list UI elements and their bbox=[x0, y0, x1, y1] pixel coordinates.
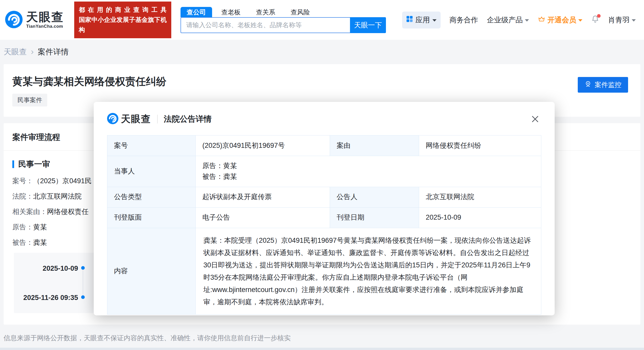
table-row: 当事人 原告：黄某 被告：龚某 bbox=[107, 156, 541, 187]
stage-accent-bar bbox=[12, 160, 14, 168]
table-row: 公告类型 起诉状副本及开庭传票 公告人 北京互联网法院 bbox=[107, 187, 541, 207]
breadcrumb-current: 案件详情 bbox=[38, 47, 69, 57]
case-number-value: (2025)京0491民初19697号 bbox=[196, 135, 330, 156]
disclaimer-text: 信息来源于网络公开数据，天眼查不保证内容的真实性、准确性，请你使用信息前自行进一… bbox=[4, 334, 291, 343]
close-icon[interactable] bbox=[529, 113, 541, 125]
page-title: 黄某与龚某相关网络侵权责任纠纷 bbox=[4, 64, 640, 89]
nav-cooperation[interactable]: 商务合作 bbox=[449, 15, 478, 25]
tab-risk[interactable]: 查风险 bbox=[285, 7, 316, 17]
tab-company[interactable]: 查公司 bbox=[181, 7, 212, 17]
announcement-type-label: 公告类型 bbox=[107, 187, 196, 207]
timeline-connector bbox=[83, 268, 83, 298]
notifications-button[interactable] bbox=[591, 15, 599, 25]
brand-name: 天眼查 bbox=[26, 11, 64, 23]
search-area: 查公司 查老板 查关系 查风险 天眼一下 bbox=[181, 7, 386, 33]
court-announcement-modal: 天眼查 法院公告详情 案号 (2025)京0491民初19697号 案由 网络侵… bbox=[94, 102, 555, 315]
announcement-type-value: 起诉状副本及开庭传票 bbox=[196, 187, 330, 207]
tab-relation[interactable]: 查关系 bbox=[250, 7, 281, 17]
tianyancha-wave-icon bbox=[5, 11, 23, 29]
modal-header: 天眼查 法院公告详情 bbox=[94, 102, 555, 125]
tianyancha-wave-icon bbox=[107, 113, 118, 125]
timeline-dot bbox=[81, 266, 85, 270]
notification-dot bbox=[597, 14, 601, 18]
case-number-label: 案号 bbox=[107, 135, 196, 156]
vip-upgrade-button[interactable]: 开通会员 bbox=[538, 15, 582, 25]
divider bbox=[157, 115, 158, 123]
search-button[interactable]: 天眼一下 bbox=[350, 17, 386, 33]
grid-icon bbox=[406, 16, 413, 24]
modal-brand-name: 天眼查 bbox=[121, 113, 151, 125]
announcer-label: 公告人 bbox=[330, 187, 419, 207]
timeline-date-2: 2025-11-26 09:35 bbox=[14, 294, 78, 302]
cause-value: 网络侵权责任纠纷 bbox=[419, 135, 541, 156]
search-input[interactable] bbox=[181, 17, 350, 33]
brand-domain: TianYanCha.com bbox=[26, 24, 64, 29]
crown-icon bbox=[538, 15, 545, 25]
apps-label: 应用 bbox=[415, 15, 430, 25]
chevron-down-icon bbox=[432, 19, 437, 22]
table-row: 刊登版面 电子公告 刊登日期 2025-10-09 bbox=[107, 207, 541, 228]
timeline-date-1: 2025-10-09 bbox=[14, 265, 78, 273]
content-value: 龚某：本院受理（2025）京0491民初19697号黄某与龚某网络侵权责任纠纷一… bbox=[196, 228, 541, 314]
publication-date-label: 刊登日期 bbox=[330, 207, 419, 228]
header-nav: 应用 商务合作 企业级产品 开通会员 bbox=[402, 12, 639, 28]
breadcrumb: 天眼查 › 案件详情 bbox=[0, 40, 644, 64]
slogan-line1: 都在用的商业查询工具 bbox=[79, 5, 167, 15]
tab-boss[interactable]: 查老板 bbox=[215, 7, 247, 17]
publication-date-value: 2025-10-09 bbox=[419, 207, 541, 228]
search-tabs: 查公司 查老板 查关系 查风险 bbox=[181, 7, 386, 17]
chevron-down-icon bbox=[525, 19, 529, 22]
announcement-table: 案号 (2025)京0491民初19697号 案由 网络侵权责任纠纷 当事人 原… bbox=[107, 135, 541, 315]
case-monitor-button[interactable]: 案件监控 bbox=[578, 77, 628, 93]
top-header: 天眼查 TianYanCha.com 都在用的商业查询工具 国家中小企业发展子基… bbox=[0, 0, 644, 40]
user-menu[interactable]: 肖青羽 bbox=[608, 15, 636, 25]
chevron-right-icon: › bbox=[31, 46, 34, 56]
content-label: 内容 bbox=[107, 228, 196, 314]
cause-label: 案由 bbox=[330, 135, 419, 156]
apps-menu-button[interactable]: 应用 bbox=[402, 12, 441, 28]
tianyancha-logo[interactable]: 天眼查 TianYanCha.com bbox=[5, 11, 64, 29]
modal-logo: 天眼查 bbox=[107, 113, 151, 125]
slogan-badge: 都在用的商业查询工具 国家中小企业发展子基金旗下机构 bbox=[74, 2, 171, 38]
case-type-badge: 民事案件 bbox=[12, 94, 47, 106]
publication-page-label: 刊登版面 bbox=[107, 207, 196, 228]
modal-title: 法院公告详情 bbox=[164, 114, 212, 124]
username: 肖青羽 bbox=[608, 15, 630, 25]
party-label: 当事人 bbox=[107, 156, 196, 187]
chevron-down-icon bbox=[578, 19, 582, 22]
table-row: 案号 (2025)京0491民初19697号 案由 网络侵权责任纠纷 bbox=[107, 135, 541, 156]
party-defendant: 被告：龚某 bbox=[202, 171, 534, 182]
party-value: 原告：黄某 被告：龚某 bbox=[196, 156, 541, 187]
publication-page-value: 电子公告 bbox=[196, 207, 330, 228]
webcam-icon bbox=[584, 80, 592, 89]
slogan-line2: 国家中小企业发展子基金旗下机构 bbox=[79, 15, 167, 35]
announcer-value: 北京互联网法院 bbox=[419, 187, 541, 207]
table-row: 内容 龚某：本院受理（2025）京0491民初19697号黄某与龚某网络侵权责任… bbox=[107, 228, 541, 314]
chevron-down-icon bbox=[632, 19, 636, 22]
page-bottom-strip bbox=[0, 348, 644, 350]
party-plaintiff: 原告：黄某 bbox=[202, 161, 534, 171]
breadcrumb-home[interactable]: 天眼查 bbox=[4, 47, 27, 57]
nav-enterprise[interactable]: 企业级产品 bbox=[487, 15, 529, 25]
timeline-dot bbox=[81, 295, 85, 299]
